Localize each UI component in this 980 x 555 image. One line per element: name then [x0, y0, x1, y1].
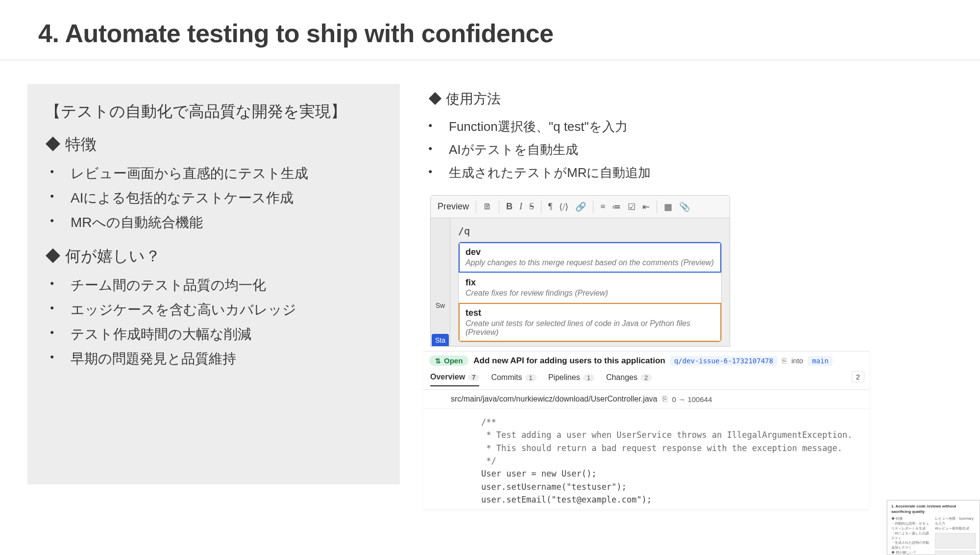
thumb-image-placeholder: [935, 533, 976, 549]
dropdown-item-fix[interactable]: fix Create fixes for review findings (Pr…: [459, 273, 721, 303]
columns: 【テストの自動化で高品質な開発を実現】 特徴 レビュー画面から直感的にテスト生成…: [0, 60, 980, 484]
switch-truncated[interactable]: Sw: [436, 302, 445, 309]
outdent-icon[interactable]: ⇤: [642, 202, 650, 212]
next-slide-thumbnail[interactable]: 1. Accelerate code reviews without sacri…: [887, 500, 980, 555]
thumb-line: レビュー画面・Summaryを入力: [935, 516, 976, 526]
slide-title: 4. Automate testing to ship with confide…: [0, 0, 980, 60]
code-line: * Test adding a user when UserService th…: [481, 430, 852, 440]
code-line: */: [481, 456, 496, 466]
tab-pipelines[interactable]: Pipelines 1: [548, 373, 594, 386]
thumb-line: ・生成された説明の自動追加とテスト: [891, 540, 932, 550]
strike-button[interactable]: S: [529, 202, 534, 212]
numbered-list-icon[interactable]: ≔: [612, 202, 621, 212]
source-branch[interactable]: q/dev-issue-6-1732107478: [670, 356, 777, 366]
list-item: Function選択後、"q test"を入力: [449, 117, 953, 136]
tab-commits[interactable]: Commits 1: [491, 373, 536, 386]
tab-changes[interactable]: Changes 2: [606, 373, 652, 386]
code-line: user.setEmail("test@example.com");: [481, 495, 652, 505]
screenshot-area: Preview 🗎 B I S ¶ ⟨/⟩ 🔗 ≡ ≔: [423, 195, 953, 484]
list-item: AIによる包括的なテストケース作成: [71, 188, 382, 208]
thumb-line: ・AIによる一貫した品質テスト: [891, 531, 932, 541]
file-header: src/main/java/com/nurkiewicz/download/Us…: [423, 390, 869, 409]
code-icon[interactable]: ⟨/⟩: [559, 202, 568, 212]
thumb-line: ◆ 何が嬉しい？: [891, 550, 932, 555]
editor-body[interactable]: /q dev Apply changes to this merge reque…: [450, 218, 730, 346]
tab-label: Overview: [430, 373, 465, 381]
toolbar-divider: [476, 201, 476, 213]
left-panel: 【テストの自動化で高品質な開発を実現】 特徴 レビュー画面から直感的にテスト生成…: [27, 84, 400, 484]
thumb-image-placeholder: [935, 551, 976, 555]
tab-count: 7: [468, 374, 479, 381]
preview-tab[interactable]: Preview: [438, 202, 469, 212]
thumb-title: 1. Accelerate code reviews without sacri…: [891, 504, 976, 514]
target-branch[interactable]: main: [808, 356, 833, 366]
usage-list: Function選択後、"q test"を入力 AIがテストを自動生成 生成され…: [423, 117, 953, 182]
dropdown-item-test[interactable]: test Create unit tests for selected line…: [459, 303, 721, 342]
list-item: テスト作成時間の大幅な削減: [71, 324, 382, 345]
tab-label: Pipelines: [548, 373, 580, 382]
thumb-left: ◆ 特徴 ・自動的な説明・セキュリティレポートを生成 ・AIによる一貫した品質テ…: [891, 516, 932, 555]
thumb-line: ・自動的な説明・セキュリティレポートを生成: [891, 521, 932, 531]
list-item: 生成されたテストがMRに自動追加: [449, 163, 953, 182]
italic-button[interactable]: I: [519, 202, 522, 212]
bold-button[interactable]: B: [506, 202, 513, 212]
command-dropdown: dev Apply changes to this merge request …: [458, 242, 722, 342]
into-label: into: [791, 356, 803, 365]
doc-icon[interactable]: 🗎: [483, 202, 492, 212]
copy-icon[interactable]: ⎘: [782, 356, 786, 365]
dropdown-item-desc: Apply changes to this merge request base…: [466, 258, 714, 267]
open-badge: Open: [429, 355, 468, 366]
toolbar-divider: [593, 201, 593, 213]
usage-heading: 使用方法: [428, 90, 953, 108]
list-item: エッジケースを含む高いカバレッジ: [71, 300, 382, 320]
table-icon[interactable]: ▦: [664, 202, 672, 212]
copy-path-icon[interactable]: ⎘: [662, 395, 667, 404]
list-item: レビュー画面から直感的にテスト生成: [71, 163, 382, 184]
thumb-right: レビュー画面・Summaryを入力 AIレビュー後自動生成: [935, 516, 976, 555]
file-path[interactable]: src/main/java/com/nurkiewicz/download/Us…: [451, 395, 658, 404]
tab-overview[interactable]: Overview 7: [430, 373, 479, 386]
right-counter: 2: [852, 371, 864, 382]
dropdown-item-name: dev: [466, 247, 714, 257]
editor-side-strip: Sw Sta: [431, 218, 450, 346]
editor-mock: Preview 🗎 B I S ¶ ⟨/⟩ 🔗 ≡ ≔: [430, 195, 730, 347]
list-item: チーム間のテスト品質の均一化: [71, 275, 382, 296]
toolbar-divider: [499, 201, 499, 213]
thumb-columns: ◆ 特徴 ・自動的な説明・セキュリティレポートを生成 ・AIによる一貫した品質テ…: [891, 516, 976, 555]
tab-count: 1: [583, 374, 594, 381]
editor-wrap: Sw Sta /q dev Apply changes to this merg…: [431, 218, 730, 346]
toolbar-divider: [541, 201, 541, 213]
editor-toolbar: Preview 🗎 B I S ¶ ⟨/⟩ 🔗 ≡ ≔: [431, 196, 730, 218]
code-line: user.setUsername("testuser");: [481, 482, 627, 492]
start-button-truncated[interactable]: Sta: [432, 334, 449, 347]
editor-main: /q dev Apply changes to this merge reque…: [450, 218, 730, 346]
diffstat: 0 → 100644: [672, 395, 712, 404]
tab-label: Commits: [491, 373, 522, 382]
code-line: User user = new User();: [481, 469, 596, 479]
slash-command-input[interactable]: /q: [458, 225, 722, 237]
code-line: * This should return a bad request respo…: [481, 443, 842, 453]
dropdown-item-dev[interactable]: dev Apply changes to this merge request …: [459, 242, 721, 273]
dropdown-item-desc: Create fixes for review findings (Previe…: [466, 289, 714, 298]
mr-title: Add new API for adding users to this app…: [473, 356, 665, 366]
attach-icon[interactable]: 📎: [679, 202, 690, 212]
right-panel: 使用方法 Function選択後、"q test"を入力 AIがテストを自動生成…: [423, 84, 953, 484]
code-line: /**: [481, 417, 496, 427]
thumb-line: AIレビュー後自動生成: [935, 526, 976, 531]
left-subtitle: 【テストの自動化で高品質な開発を実現】: [45, 100, 382, 123]
quote-icon[interactable]: ¶: [548, 202, 552, 212]
tab-count: 2: [640, 374, 652, 381]
list-item: AIがテストを自動生成: [449, 140, 953, 159]
link-icon[interactable]: 🔗: [575, 202, 586, 212]
task-list-icon[interactable]: ☑: [628, 202, 636, 212]
features-list: レビュー画面から直感的にテスト生成 AIによる包括的なテストケース作成 MRへの…: [45, 163, 382, 233]
tab-label: Changes: [606, 373, 637, 382]
benefits-heading: 何が嬉しい？: [45, 246, 382, 267]
code-block: /** * Test adding a user when UserServic…: [423, 409, 869, 509]
slide: 4. Automate testing to ship with confide…: [0, 0, 980, 555]
toolbar-divider: [657, 201, 657, 213]
mr-header: Open Add new API for adding users to thi…: [423, 352, 869, 370]
tab-count: 1: [525, 374, 537, 381]
bullet-list-icon[interactable]: ≡: [600, 202, 605, 212]
list-item: MRへの自動統合機能: [71, 212, 382, 233]
